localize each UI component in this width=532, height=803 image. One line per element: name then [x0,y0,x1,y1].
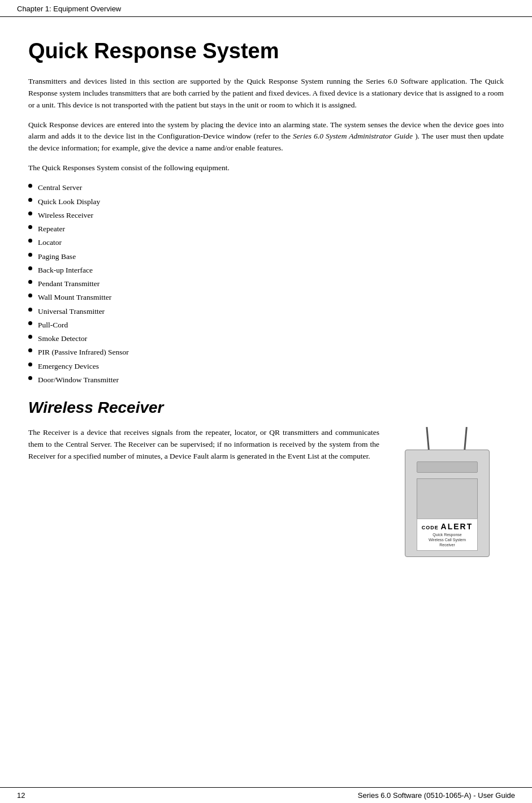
list-item: Wireless Receiver [28,210,504,221]
bullet-icon [28,239,32,243]
wireless-para: The Receiver is a device that receives s… [28,427,379,463]
list-item-text: Universal Transmitter [38,306,105,317]
device-code-text: CODE [422,525,439,530]
device-panel-mid [417,478,478,524]
device-image-container: CODE ALERT Quick Response Wireless Call … [391,427,504,557]
list-item: Smoke Detector [28,333,504,344]
list-item: Back-up Interface [28,265,504,276]
list-item-text: Wireless Receiver [38,210,93,221]
chapter-label: Chapter 1: Equipment Overview [17,5,121,13]
bullet-icon [28,280,32,284]
list-item: Paging Base [28,251,504,262]
list-item-text: Wall Mount Transmitter [38,292,111,303]
bullet-icon [28,293,32,297]
content-area: Quick Response System Transmitters and d… [0,17,532,591]
list-item-text: Back-up Interface [38,265,93,276]
device-sub3: Receiver [419,543,475,547]
page-footer: 12 Series 6.0 Software (0510-1065-A) - U… [0,787,532,803]
intro-paragraph-2: Quick Response devices are entered into … [28,119,504,155]
bullet-icon [28,225,32,229]
list-item: PIR (Passive Infrared) Sensor [28,347,504,358]
intro-paragraph-1: Transmitters and devices listed in this … [28,76,504,111]
list-item-text: Door/Window Transmitter [38,374,119,386]
bullet-icon [28,184,32,188]
list-item: Pendant Transmitter [28,278,504,290]
bullet-icon [28,266,32,270]
list-item-text: PIR (Passive Infrared) Sensor [38,347,129,358]
bullet-icon [28,335,32,339]
wireless-section: Wireless Receiver The Receiver is a devi… [28,399,504,557]
bullet-icon [28,362,32,366]
list-item: Quick Look Display [28,196,504,208]
guide-title: Series 6.0 Software (0510-1065-A) - User… [358,791,515,800]
list-item: Universal Transmitter [28,306,504,317]
wireless-heading: Wireless Receiver [28,399,504,417]
list-item: Emergency Devices [28,361,504,372]
bullet-icon [28,198,32,202]
device-sub1: Quick Response [419,533,475,537]
page-header: Chapter 1: Equipment Overview [0,0,532,17]
list-item: Locator [28,237,504,248]
list-item-text: Locator [38,237,62,248]
list-item: Pull-Cord [28,320,504,331]
list-item: Central Server [28,182,504,193]
bullet-icon [28,211,32,215]
list-item-text: Smoke Detector [38,333,87,344]
intro-para2-italic: Series 6.0 System Administrator Guide [293,132,413,140]
equipment-list: Central ServerQuick Look DisplayWireless… [28,182,504,386]
list-item-text: Emergency Devices [38,361,99,372]
list-item-text: Pendant Transmitter [38,278,100,290]
list-item: Wall Mount Transmitter [28,292,504,303]
list-item: Repeater [28,223,504,235]
page-container: Chapter 1: Equipment Overview Quick Resp… [0,0,532,803]
bullet-icon [28,376,32,380]
list-item-text: Quick Look Display [38,196,100,208]
device-illustration: CODE ALERT Quick Response Wireless Call … [396,427,498,557]
wireless-text: The Receiver is a device that receives s… [28,427,379,470]
device-sub2: Wireless Call System [419,538,475,542]
device-brand-code: CODE ALERT [419,523,475,531]
device-label-area: CODE ALERT Quick Response Wireless Call … [417,519,478,550]
intro-paragraph-3: The Quick Responses System consist of th… [28,162,504,174]
page-number: 12 [17,791,25,800]
list-item-text: Paging Base [38,251,76,262]
bullet-icon [28,253,32,257]
device-panel-top [417,461,478,473]
device-body: CODE ALERT Quick Response Wireless Call … [405,450,490,557]
list-item: Door/Window Transmitter [28,374,504,386]
bullet-icon [28,308,32,312]
list-item-text: Central Server [38,182,82,193]
bullet-icon [28,321,32,325]
bottom-section: The Receiver is a device that receives s… [28,427,504,557]
list-item-text: Repeater [38,223,65,235]
device-alert-text: ALERT [441,522,473,531]
list-item-text: Pull-Cord [38,320,68,331]
main-title: Quick Response System [28,40,504,63]
bullet-icon [28,348,32,352]
